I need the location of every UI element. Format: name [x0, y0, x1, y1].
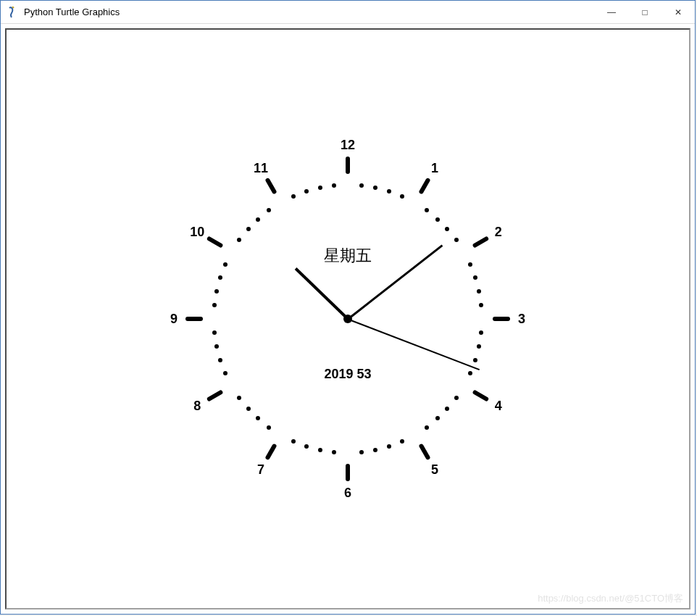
- minute-dot: [212, 330, 217, 335]
- center-hub: [343, 315, 352, 323]
- minimize-button[interactable]: —: [595, 1, 628, 23]
- hour-tick: [472, 389, 490, 401]
- minute-dot: [435, 416, 440, 420]
- minute-dot: [267, 425, 271, 430]
- minute-dot: [387, 189, 391, 193]
- minute-dot: [237, 396, 241, 400]
- window-title: Python Turtle Graphics: [24, 7, 595, 17]
- minute-dot: [479, 330, 483, 335]
- minute-dot: [359, 183, 364, 188]
- hour-tick: [206, 236, 223, 248]
- minute-dot: [473, 358, 477, 362]
- minute-dot: [400, 439, 404, 444]
- hour-tick: [185, 317, 203, 321]
- date-label: 2019 53: [324, 366, 371, 381]
- minute-dot: [473, 275, 477, 280]
- minute-dot: [454, 238, 459, 242]
- minute-dot: [267, 208, 271, 212]
- minute-dot: [246, 227, 251, 231]
- hour-number: 8: [193, 399, 201, 414]
- minute-dot: [477, 344, 481, 349]
- minute-dot: [256, 217, 260, 222]
- minute-dot: [291, 439, 296, 444]
- minute-dot: [246, 407, 251, 411]
- minute-dot: [445, 407, 449, 411]
- app-window: Python Turtle Graphics — □ ✕ 12123456789…: [0, 0, 696, 615]
- minute-dot: [373, 186, 377, 190]
- hour-tick: [493, 317, 510, 321]
- minute-dot: [212, 303, 217, 307]
- minute-dot: [214, 344, 219, 349]
- minute-dot: [218, 275, 222, 280]
- hour-tick: [264, 444, 277, 461]
- minute-dot: [318, 448, 322, 452]
- minute-dot: [425, 425, 429, 430]
- minute-dot: [218, 358, 222, 362]
- minute-dot: [373, 448, 377, 452]
- window-controls: — □ ✕: [595, 1, 695, 23]
- hour-tick: [472, 236, 490, 248]
- watermark: https://blog.csdn.net/@51CTO博客: [538, 592, 683, 605]
- minute-dot: [435, 217, 440, 222]
- titlebar[interactable]: Python Turtle Graphics — □ ✕: [1, 1, 695, 24]
- minute-dot: [400, 194, 404, 199]
- hour-number: 3: [518, 312, 525, 327]
- hour-tick: [418, 177, 430, 194]
- weekday-label: 星期五: [324, 245, 372, 267]
- hour-number: 11: [254, 161, 268, 176]
- hour-number: 1: [431, 161, 438, 176]
- hour-tick: [206, 389, 223, 401]
- minute-dot: [304, 444, 309, 449]
- minute-dot: [332, 450, 336, 454]
- minute-dot: [479, 303, 483, 307]
- hour-tick: [346, 157, 350, 174]
- minute-dot: [223, 371, 228, 375]
- canvas-frame: 121234567891011 星期五 2019 53 https://blog…: [5, 28, 690, 609]
- minute-dot: [454, 396, 459, 400]
- minute-dot: [304, 189, 309, 193]
- minute-dot: [291, 194, 296, 199]
- hour-number: 2: [495, 225, 502, 240]
- minute-dot: [477, 289, 481, 294]
- hour-tick: [346, 464, 350, 481]
- hour-tick: [264, 177, 277, 194]
- app-icon: [7, 7, 18, 18]
- minute-dot: [445, 227, 449, 231]
- minute-dot: [237, 238, 241, 242]
- minute-dot: [223, 262, 228, 267]
- minute-dot: [425, 208, 429, 212]
- minute-dot: [214, 289, 219, 294]
- minute-dot: [387, 444, 391, 449]
- clock: 121234567891011 星期五 2019 53: [181, 152, 514, 486]
- minute-dot: [256, 416, 260, 420]
- minute-dot: [468, 371, 472, 375]
- hour-number: 4: [495, 399, 502, 414]
- hour-number: 7: [257, 462, 264, 477]
- hour-number: 12: [341, 138, 355, 153]
- minute-dot: [468, 262, 472, 267]
- hour-tick: [418, 444, 430, 461]
- maximize-button[interactable]: □: [628, 1, 661, 23]
- minute-dot: [318, 186, 322, 190]
- minute-dot: [332, 183, 336, 188]
- hour-number: 9: [170, 312, 178, 327]
- hour-number: 6: [344, 486, 351, 501]
- turtle-canvas: 121234567891011 星期五 2019 53 https://blog…: [7, 30, 689, 608]
- hour-number: 10: [190, 225, 204, 240]
- hour-number: 5: [431, 462, 438, 477]
- minute-dot: [359, 450, 364, 454]
- close-button[interactable]: ✕: [661, 1, 695, 23]
